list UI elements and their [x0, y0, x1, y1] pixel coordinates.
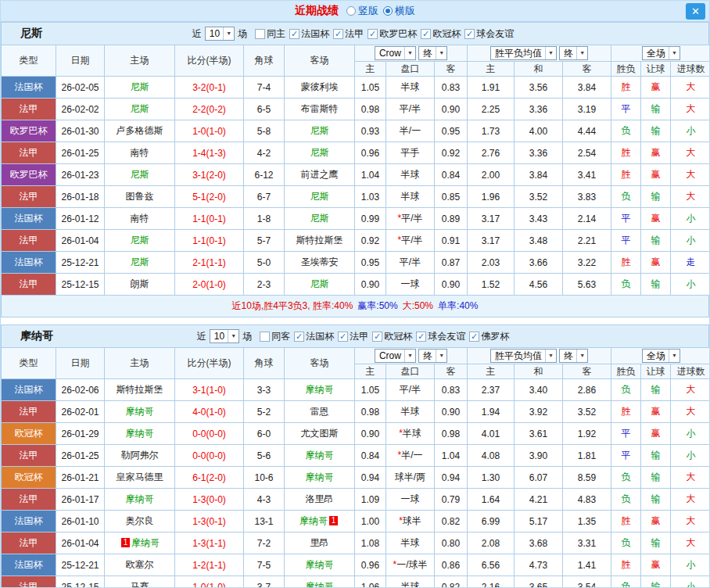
cell-europe-away-odds: 1.35 — [563, 511, 611, 532]
filter-checkbox-法甲[interactable]: ✓法甲 — [333, 27, 364, 41]
cell-asia-home-odds: 1.09 — [355, 489, 386, 511]
filter-checkbox-label: 同客 — [271, 330, 290, 343]
filter-checkbox-label: 法国杯 — [301, 27, 329, 41]
cell-away-team: 布雷斯特 — [285, 99, 355, 120]
match-row: 法国杯26-01-12南特1-1(0-1)1-8尼斯0.99*平/半0.893.… — [2, 208, 710, 230]
cell-date: 26-01-04 — [56, 532, 105, 554]
cell-europe-home-odds: 2.37 — [468, 379, 515, 401]
cell-result-outcome: 胜 — [611, 401, 641, 423]
cell-europe-draw-odds: 3.68 — [515, 532, 563, 554]
view-option-horizontal[interactable]: 横版 — [383, 4, 415, 18]
match-count-select[interactable]: 10 ▼ — [210, 329, 239, 343]
cell-result-outcome: 负 — [611, 274, 641, 296]
cell-score: 1-0(1-0) — [175, 120, 244, 142]
match-count-value: 10 — [214, 331, 224, 342]
team-label: 尼斯 — [131, 235, 149, 246]
cell-away-team: 尼斯 — [285, 186, 355, 208]
filter-checkbox-球会友谊[interactable]: ✓球会友谊 — [416, 330, 465, 343]
team-label: 尼斯 — [131, 169, 149, 180]
filter-checkbox-欧罗巴杯[interactable]: ✓欧罗巴杯 — [368, 27, 417, 41]
filter-prefix-label: 近 — [192, 27, 202, 41]
odds-source-select[interactable]: Crow▼ — [375, 349, 416, 363]
cell-away-team: 尼斯 — [285, 274, 355, 296]
team-label: 皇家马德里 — [117, 471, 163, 482]
cell-result-goals: 大 — [671, 186, 710, 208]
europe-final-select[interactable]: 终▼ — [559, 46, 588, 60]
filter-checkbox-label: 法甲 — [345, 27, 364, 41]
cell-corners: 4-3 — [244, 489, 285, 511]
cell-result-handicap: 输 — [641, 274, 671, 296]
cell-result-handicap: 输 — [641, 379, 671, 401]
titlebar: 近期战绩 竖版 横版 ✕ — [1, 1, 709, 22]
cell-europe-home-odds: 1.91 — [468, 77, 515, 99]
cell-home-team: 南特 — [105, 142, 175, 164]
cell-europe-away-odds: 3.41 — [563, 164, 611, 186]
col-header-date: 日期 — [56, 348, 105, 379]
cell-asia-away-odds: 0.91 — [435, 230, 468, 252]
match-count-select[interactable]: 10 ▼ — [205, 27, 235, 41]
europe-odds-select[interactable]: 胜平负均值▼ — [490, 349, 557, 363]
view-option-horizontal-label: 横版 — [395, 4, 415, 18]
team-label: 洛里昂 — [306, 493, 334, 504]
cell-asia-home-odds: 0.96 — [355, 554, 386, 576]
cell-europe-home-odds: 4.08 — [468, 445, 515, 467]
cell-date: 26-02-06 — [56, 379, 105, 401]
close-button[interactable]: ✕ — [686, 3, 705, 20]
cell-competition: 法甲 — [2, 230, 56, 252]
cell-result-outcome: 负 — [611, 120, 641, 142]
cell-europe-away-odds: 3.84 — [563, 77, 611, 99]
filter-checkbox-佛罗杯[interactable]: ✓佛罗杯 — [469, 330, 509, 343]
view-option-vertical-label: 竖版 — [358, 4, 378, 18]
sub-header-europe-home: 主 — [468, 62, 515, 77]
scope-select[interactable]: 全场▼ — [642, 349, 680, 363]
filter-checkbox-label: 球会友谊 — [428, 330, 465, 343]
scope-select[interactable]: 全场▼ — [642, 46, 680, 60]
cell-asia-handicap: 半球 — [386, 576, 435, 588]
filter-checkbox-同客[interactable]: 同客 — [260, 330, 290, 343]
cell-asia-handicap: 平/半 — [386, 99, 435, 120]
filter-checkbox-法国杯[interactable]: ✓法国杯 — [294, 330, 334, 343]
odds-final-select[interactable]: 终▼ — [418, 46, 447, 60]
odds-final-select[interactable]: 终▼ — [418, 349, 447, 363]
filter-checkbox-同主[interactable]: 同主 — [255, 27, 285, 41]
filter-checkbox-label: 法甲 — [350, 330, 368, 343]
filter-checkbox-欧冠杯[interactable]: ✓欧冠杯 — [421, 27, 461, 41]
europe-odds-group: 胜平负均值▼ 终▼ — [468, 45, 611, 62]
view-option-vertical[interactable]: 竖版 — [346, 4, 378, 18]
odds-source-select[interactable]: Crow▼ — [375, 46, 416, 60]
match-row: 法甲26-01-17摩纳哥1-3(0-0)4-3洛里昂1.09一球0.791.6… — [2, 489, 710, 511]
cell-asia-handicap: *一/球半 — [386, 554, 435, 576]
team-label: 摩纳哥 — [131, 537, 160, 548]
cell-score: 1-1(0-1) — [175, 230, 244, 252]
cell-date: 25-12-21 — [56, 554, 105, 576]
chevron-down-icon: ▼ — [436, 47, 444, 59]
cell-europe-draw-odds: 3.43 — [515, 208, 563, 230]
filter-checkbox-欧冠杯[interactable]: ✓欧冠杯 — [372, 330, 412, 343]
cell-asia-handicap: 半球 — [386, 164, 435, 186]
europe-odds-group: 胜平负均值▼ 终▼ — [468, 348, 611, 364]
chevron-down-icon: ▼ — [545, 47, 554, 59]
close-icon: ✕ — [691, 5, 700, 17]
cell-corners: 5-0 — [244, 252, 285, 274]
cell-asia-away-odds: 0.82 — [435, 511, 468, 532]
cell-score: 1-3(0-1) — [175, 511, 244, 532]
cell-result-handicap: 赢 — [641, 208, 671, 230]
cell-asia-away-odds: 0.83 — [435, 379, 468, 401]
cell-result-goals: 大 — [671, 379, 710, 401]
cell-corners: 3-3 — [244, 379, 285, 401]
filter-checkbox-法国杯[interactable]: ✓法国杯 — [289, 27, 329, 41]
filter-checkbox-球会友谊[interactable]: ✓球会友谊 — [464, 27, 514, 41]
section-nice: 尼斯 近 10 ▼ 场 同主✓法国杯✓法甲✓欧罗巴杯✓欧冠杯✓球会友谊 类型 — [1, 22, 709, 317]
cell-asia-home-odds: 0.84 — [355, 445, 386, 467]
europe-final-select[interactable]: 终▼ — [559, 349, 588, 363]
cell-result-handicap: 输 — [641, 489, 671, 511]
europe-odds-select[interactable]: 胜平负均值▼ — [490, 46, 557, 60]
cell-score: 1-4(1-3) — [175, 142, 244, 164]
cell-away-team: 里昂 — [285, 532, 355, 554]
cell-result-goals: 大 — [671, 401, 710, 423]
filter-checkbox-法甲[interactable]: ✓法甲 — [338, 330, 368, 343]
cell-date: 26-01-25 — [56, 142, 105, 164]
cell-result-outcome: 平 — [611, 445, 641, 467]
team-label: 里昂 — [310, 537, 329, 548]
cell-europe-home-odds: 1.64 — [468, 489, 515, 511]
